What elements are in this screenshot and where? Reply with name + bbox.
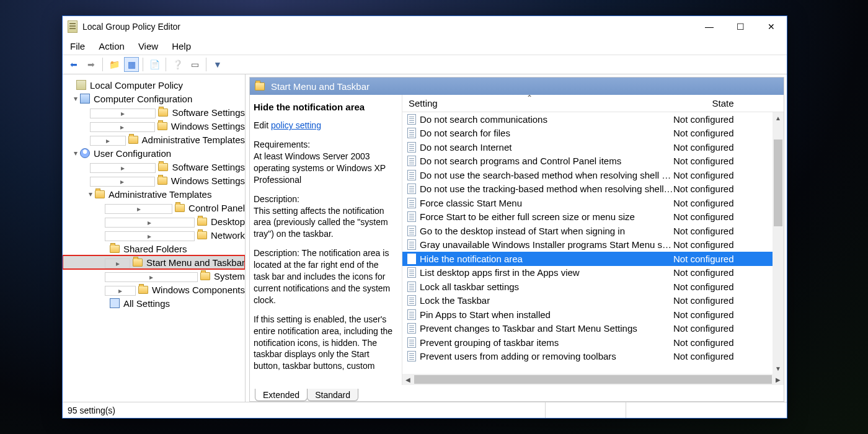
- settings-list: ⌃ Setting State Do not search communicat…: [402, 95, 784, 385]
- tree-item[interactable]: Software Settings: [63, 160, 245, 174]
- computer-icon: [80, 94, 90, 104]
- minimize-button[interactable]: —: [694, 16, 725, 37]
- tree-label: Network: [211, 230, 245, 241]
- policy-item-icon: [407, 226, 416, 236]
- policy-item-icon: [407, 239, 416, 250]
- policy-item-icon: [407, 128, 416, 138]
- setting-row[interactable]: Do not search for filesNot configured: [402, 126, 773, 141]
- policy-item-icon: [407, 156, 416, 166]
- setting-name: Force classic Start Menu: [420, 198, 673, 208]
- back-button[interactable]: ⬅: [66, 57, 81, 72]
- setting-row[interactable]: Prevent changes to Taskbar and Start Men…: [402, 322, 773, 336]
- status-text: 95 setting(s): [68, 405, 115, 415]
- setting-row[interactable]: Do not search communicationsNot configur…: [402, 112, 773, 126]
- column-header-setting[interactable]: Setting: [402, 98, 673, 108]
- maximize-button[interactable]: ☐: [725, 16, 756, 37]
- setting-row[interactable]: Go to the desktop instead of Start when …: [402, 224, 773, 238]
- setting-row[interactable]: Do not search programs and Control Panel…: [402, 154, 773, 169]
- setting-row[interactable]: Do not search InternetNot configured: [402, 140, 773, 154]
- scroll-thumb[interactable]: [414, 375, 772, 384]
- folder-icon: [110, 245, 120, 253]
- export-button[interactable]: 📄: [147, 57, 162, 72]
- setting-row[interactable]: Force Start to be either full screen siz…: [402, 210, 773, 224]
- setting-row[interactable]: Prevent grouping of taskbar itemsNot con…: [402, 335, 773, 350]
- scroll-thumb[interactable]: [774, 140, 782, 226]
- tree-item[interactable]: Software Settings: [63, 105, 245, 119]
- setting-name: Pin Apps to Start when installed: [420, 309, 673, 320]
- menu-action[interactable]: Action: [99, 41, 125, 51]
- tab-extended[interactable]: Extended: [255, 389, 308, 401]
- scroll-left-icon: ◀: [402, 376, 414, 383]
- tree-item[interactable]: Control Panel: [63, 201, 245, 215]
- setting-name: Prevent changes to Taskbar and Start Men…: [420, 323, 673, 334]
- tree-item[interactable]: System: [63, 269, 245, 283]
- setting-state: Not configured: [673, 128, 773, 138]
- setting-name: Lock all taskbar settings: [420, 281, 673, 292]
- forward-button[interactable]: ➡: [84, 57, 99, 72]
- setting-name: Prevent users from adding or removing to…: [420, 351, 673, 361]
- tree-item[interactable]: Windows Components: [63, 283, 245, 296]
- close-button[interactable]: ✕: [756, 16, 787, 37]
- folder-icon: [157, 177, 167, 185]
- menu-help[interactable]: Help: [172, 41, 191, 51]
- tab-standard[interactable]: Standard: [307, 389, 358, 401]
- setting-row[interactable]: Do not use the tracking-based method whe…: [402, 182, 773, 197]
- window-title: Local Group Policy Editor: [82, 22, 180, 32]
- filter-icon: ▼: [213, 60, 222, 69]
- tree-user-config[interactable]: User Configuration: [63, 146, 245, 160]
- menu-file[interactable]: File: [70, 41, 85, 51]
- tree-label: Software Settings: [172, 162, 245, 172]
- policy-item-icon: [407, 142, 416, 153]
- setting-row[interactable]: Gray unavailable Windows Installer progr…: [402, 238, 773, 252]
- setting-name: Do not search programs and Control Panel…: [420, 156, 673, 166]
- tree-label: Windows Settings: [171, 121, 245, 131]
- folder-icon: [95, 190, 105, 198]
- filter-button[interactable]: ▼: [210, 57, 225, 72]
- tree-item[interactable]: Windows Settings: [63, 174, 245, 187]
- help-icon: ❔: [172, 60, 183, 69]
- horizontal-scrollbar[interactable]: ◀ ▶: [402, 374, 784, 385]
- setting-row[interactable]: Lock all taskbar settingsNot configured: [402, 280, 773, 294]
- setting-name: Do not use the search-based method when …: [420, 170, 673, 180]
- tree-item-start-menu-taskbar[interactable]: Start Menu and Taskbar: [63, 255, 245, 269]
- tree-item[interactable]: Desktop: [63, 215, 245, 228]
- tree-root[interactable]: Local Computer Policy: [63, 78, 245, 92]
- folder-icon: [138, 286, 148, 294]
- edit-policy-link[interactable]: policy setting: [271, 120, 321, 130]
- setting-row[interactable]: List desktop apps first in the Apps view…: [402, 266, 773, 280]
- setting-state: Not configured: [673, 184, 773, 194]
- panel-title: Start Menu and Taskbar: [271, 81, 370, 92]
- vertical-scrollbar[interactable]: ▲ ▼: [773, 112, 784, 374]
- forward-arrow-icon: ➡: [87, 60, 95, 69]
- folder-icon: [197, 218, 207, 226]
- setting-row[interactable]: Force classic Start MenuNot configured: [402, 196, 773, 210]
- help-button[interactable]: ❔: [170, 57, 185, 72]
- setting-state: Not configured: [673, 337, 773, 348]
- tree-label: Windows Components: [152, 285, 245, 295]
- tree-item[interactable]: Windows Settings: [63, 119, 245, 133]
- folder-icon: [200, 272, 210, 280]
- tree-item[interactable]: Shared Folders: [63, 242, 245, 255]
- tree-item[interactable]: Network: [63, 228, 245, 242]
- tree-item[interactable]: Administrative Templates: [63, 133, 245, 146]
- app-icon: [68, 20, 78, 33]
- back-arrow-icon: ⬅: [70, 60, 78, 69]
- tree-computer-config[interactable]: Computer Configuration: [63, 92, 245, 105]
- panes-icon: ▦: [128, 60, 136, 69]
- tree-label: Start Menu and Taskbar: [146, 257, 245, 268]
- description-pane: Hide the notification area Edit policy s…: [250, 95, 402, 385]
- tree-item-all-settings[interactable]: All Settings: [63, 296, 245, 310]
- setting-row[interactable]: Lock the TaskbarNot configured: [402, 294, 773, 308]
- tree-admin-templates[interactable]: Administrative Templates: [63, 187, 245, 201]
- setting-row[interactable]: Pin Apps to Start when installedNot conf…: [402, 308, 773, 322]
- tree-label: Shared Folders: [123, 244, 187, 254]
- setting-row[interactable]: Do not use the search-based method when …: [402, 168, 773, 182]
- up-button[interactable]: 📁: [107, 57, 122, 72]
- setting-row[interactable]: Hide the notification areaNot configured: [402, 252, 773, 266]
- column-header-state[interactable]: State: [673, 98, 773, 108]
- menu-view[interactable]: View: [138, 41, 158, 51]
- properties-button[interactable]: ▭: [187, 57, 202, 72]
- show-hide-tree-button[interactable]: ▦: [124, 57, 139, 72]
- navigation-tree: Local Computer Policy Computer Configura…: [63, 74, 246, 402]
- setting-row[interactable]: Prevent users from adding or removing to…: [402, 350, 773, 364]
